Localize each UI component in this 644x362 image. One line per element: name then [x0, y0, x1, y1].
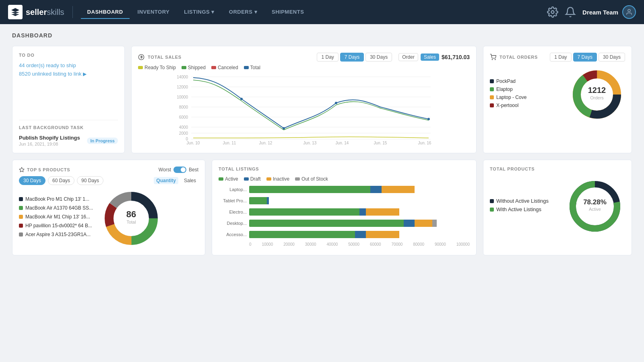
product-3: MacBook Air M1 Chip 13' 16...: [19, 214, 93, 220]
total-products-donut: 78.28% Active: [565, 176, 625, 237]
task-date: Jun 16, 2021, 19:08: [19, 142, 80, 146]
svg-text:12000: 12000: [177, 85, 188, 89]
star-icon: [19, 167, 25, 173]
sales-label: TOTAL SALES: [148, 55, 182, 60]
settings-icon[interactable]: [547, 6, 558, 18]
product-list: MacBook Pro M1 Chip 13' 1... MacBook Air…: [19, 196, 93, 241]
orders-tab-7days[interactable]: 7 Days: [573, 53, 597, 62]
bar-electro: Electro...: [219, 208, 470, 216]
top-grid: TO DO 44 order(s) ready to ship 8520 unl…: [12, 46, 632, 153]
bar-laptop: Laptop...: [219, 186, 470, 193]
svg-text:Jun. 15: Jun. 15: [374, 141, 387, 145]
bar-axis: 0 10000 20000 30000 40000 50000 60000 70…: [219, 242, 470, 247]
toggle-order-btn[interactable]: Order: [398, 53, 418, 61]
toggle-switch-btn[interactable]: [173, 167, 186, 173]
sales-amount: $61,710.03: [442, 54, 470, 60]
qty-btn[interactable]: Quantity: [154, 177, 178, 184]
orders-label: TOTAL ORDERS: [500, 55, 538, 60]
sales-tab-1day[interactable]: 1 Day: [317, 53, 338, 62]
order-sales-toggle: Order Sales $61,710.03: [398, 53, 470, 61]
product-2: MacBook Air A1370 64GB SS...: [19, 205, 93, 211]
listings-legend: Active Draft Inactive Out of Stock: [219, 176, 470, 182]
total-orders-card: TOTAL ORDERS 1 Day 7 Days 30 Days PockPa…: [483, 46, 632, 153]
todo-card: TO DO 44 order(s) ready to ship 8520 unl…: [12, 46, 125, 153]
svg-text:2000: 2000: [179, 131, 188, 136]
products-legend: Without Active Listings With Active List…: [490, 198, 549, 215]
worst-best-toggle[interactable]: Worst Best: [159, 167, 198, 173]
tab-90days[interactable]: 90 Days: [77, 176, 103, 185]
period-tabs: 30 Days 60 Days 90 Days: [19, 176, 103, 185]
nav-divider: [72, 6, 73, 18]
orders-ready-link[interactable]: 44 order(s) ready to ship: [19, 62, 118, 68]
bell-icon[interactable]: [565, 6, 576, 18]
legend-xpertool: X-pertoool: [490, 103, 526, 108]
svg-text:86: 86: [126, 209, 136, 219]
svg-point-26: [240, 98, 243, 100]
sales-legend: Ready To Ship Shipped Canceled Total: [138, 65, 470, 70]
main-content: DASHBOARD TO DO 44 order(s) ready to shi…: [0, 24, 644, 263]
legend-draft: Draft: [244, 176, 261, 182]
task-status: In Progress: [87, 138, 118, 144]
svg-text:Jun. 11: Jun. 11: [223, 141, 236, 145]
orders-tabs: 1 Day 7 Days 30 Days: [550, 53, 625, 62]
nav-dashboard[interactable]: DASHBOARD: [81, 6, 130, 19]
svg-point-27: [283, 127, 285, 130]
nav-shipments[interactable]: SHIPMENTS: [265, 6, 310, 19]
orders-layout: PockPad Elaptop Laptop - Cove X-pertoool: [490, 66, 625, 123]
sales-tab-7days[interactable]: 7 Days: [340, 53, 364, 62]
orders-tab-30days[interactable]: 30 Days: [599, 53, 625, 62]
tab-60days[interactable]: 60 Days: [48, 176, 74, 185]
svg-text:Jun. 14: Jun. 14: [336, 141, 349, 145]
logo-bold: seller: [26, 8, 47, 16]
svg-text:6000: 6000: [179, 115, 188, 119]
nav-inventory[interactable]: INVENTORY: [131, 6, 176, 19]
logo-light: skills: [47, 8, 64, 16]
unlinked-listings-link[interactable]: 8520 unlinked listing to link: [19, 71, 81, 77]
last-bg-label: LAST BACKGROUND TASK: [19, 125, 118, 130]
nav-orders[interactable]: ORDERS ▾: [223, 6, 264, 19]
legend-canceled: Canceled: [211, 65, 238, 70]
top5-label: TOP 5 PRODUCTS: [27, 167, 70, 172]
svg-point-0: [551, 11, 554, 14]
tab-30days[interactable]: 30 Days: [19, 176, 45, 185]
product-4: HP pavillion 15-dv0002* 64 B...: [19, 223, 93, 228]
svg-text:Jun. 12: Jun. 12: [259, 141, 272, 145]
total-products-card: TOTAL PRODUCTS Without Active Listings W…: [483, 160, 632, 255]
svg-text:Active: Active: [589, 207, 601, 212]
legend-ready: Ready To Ship: [138, 65, 176, 70]
sales-tab-30days[interactable]: 30 Days: [365, 53, 392, 62]
dollar-icon: [138, 54, 144, 60]
logo[interactable]: sellerskills: [8, 5, 64, 19]
worst-label: Worst: [159, 167, 171, 173]
svg-text:Jun. 13: Jun. 13: [303, 141, 317, 145]
user-menu[interactable]: Dream Team: [582, 5, 636, 19]
product-1: MacBook Pro M1 Chip 13' 1...: [19, 196, 93, 202]
sales-tabs: 1 Day 7 Days 30 Days: [317, 53, 392, 62]
navbar: sellerskills DASHBOARD INVENTORY LISTING…: [0, 0, 644, 24]
legend-dot-ready: [138, 66, 143, 69]
svg-point-1: [628, 9, 630, 12]
nav-listings[interactable]: LISTINGS ▾: [178, 6, 221, 19]
legend-active: Active: [219, 176, 238, 182]
total-sales-card: TOTAL SALES 1 Day 7 Days 30 Days Order S…: [131, 46, 477, 153]
bar-accesso: Accesso...: [219, 231, 470, 238]
svg-point-29: [427, 118, 430, 120]
bottom-grid: TOP 5 PRODUCTS Worst Best 30 Days 60 Day…: [12, 160, 632, 255]
todo-label: TO DO: [19, 53, 118, 58]
product-5: Acer Aspire 3 A315-23GR1A...: [19, 232, 93, 237]
svg-point-28: [335, 102, 337, 104]
nav-right: Dream Team: [547, 5, 636, 19]
last-bg-task: LAST BACKGROUND TASK Publish Shopify Lis…: [19, 120, 118, 146]
svg-text:8000: 8000: [179, 105, 188, 109]
orders-tab-1day[interactable]: 1 Day: [550, 53, 571, 62]
svg-point-31: [495, 59, 495, 60]
legend-total: Total: [244, 65, 260, 70]
sales-chart: 14000 12000 10000 8000 6000 4000 2000 0: [138, 73, 470, 145]
toggle-sales-btn[interactable]: Sales: [421, 53, 439, 61]
svg-text:1212: 1212: [588, 86, 606, 95]
best-label: Best: [189, 167, 198, 173]
svg-text:Total: Total: [126, 220, 136, 224]
legend-laptop-cove: Laptop - Cove: [490, 95, 526, 100]
task-name: Publish Shopify Listings: [19, 135, 80, 141]
sales-btn[interactable]: Sales: [182, 177, 198, 184]
